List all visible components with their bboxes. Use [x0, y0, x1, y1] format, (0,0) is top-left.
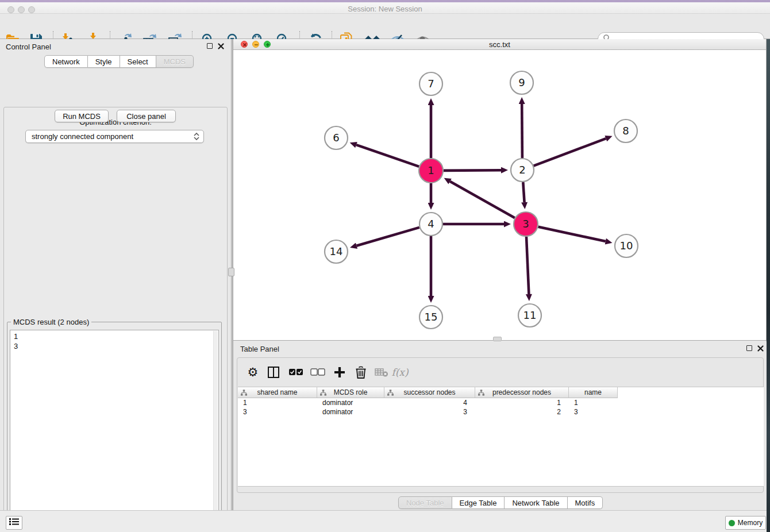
- select-all-checks-icon[interactable]: [287, 363, 305, 382]
- delete-table-icon[interactable]: [373, 363, 390, 382]
- graph-node-7[interactable]: 7: [419, 72, 442, 95]
- table-cell[interactable]: 4: [384, 398, 475, 407]
- close-panel-icon[interactable]: [218, 43, 224, 49]
- edge-3-1[interactable]: [450, 182, 515, 218]
- network-window-titlebar: scc.txt: [233, 39, 766, 50]
- table-panel-tabs: Node TableEdge TableNetwork TableMotifs: [398, 496, 603, 509]
- tab-node-table[interactable]: Node Table: [398, 496, 452, 509]
- graph-node-11[interactable]: 11: [518, 304, 541, 327]
- svg-text:2: 2: [519, 164, 525, 176]
- table-cell[interactable]: 1: [238, 398, 317, 407]
- control-panel-tabs: NetworkStyleSelectMCDS: [44, 55, 194, 68]
- node-table: shared nameMCDS rolesuccessor nodesprede…: [238, 387, 764, 487]
- graph-node-1-dominator[interactable]: 1: [419, 159, 443, 183]
- close-panel-button[interactable]: Close panel: [117, 110, 176, 122]
- graph-node-3-dominator[interactable]: 3: [514, 212, 538, 236]
- network-canvas[interactable]: 7968124314101511: [233, 50, 766, 341]
- optimization-criterion-value: strongly connected component: [32, 132, 133, 141]
- deselect-all-checks-icon[interactable]: [309, 363, 326, 382]
- mcds-result-line: 3: [14, 341, 209, 351]
- tab-mcds[interactable]: MCDS: [156, 55, 194, 68]
- table-panel-title: Table Panel: [240, 345, 279, 353]
- column-label: successor nodes: [403, 388, 455, 396]
- edge-4-14[interactable]: [357, 228, 419, 246]
- tab-edge-table[interactable]: Edge Table: [452, 496, 505, 509]
- mcds-result-values: 13: [10, 330, 213, 532]
- memory-button[interactable]: Memory: [725, 516, 766, 530]
- edge-1-6[interactable]: [356, 145, 419, 167]
- memory-label: Memory: [738, 519, 763, 527]
- table-cell[interactable]: 2: [475, 407, 569, 417]
- edge-2-8[interactable]: [534, 138, 606, 166]
- delete-column-icon[interactable]: [352, 363, 369, 382]
- edge-2-3[interactable]: [523, 182, 524, 202]
- table-cell[interactable]: dominator: [317, 398, 384, 407]
- graph-node-14[interactable]: 14: [325, 240, 348, 263]
- table-header-row: shared nameMCDS rolesuccessor nodesprede…: [238, 387, 618, 398]
- graph-node-9[interactable]: 9: [510, 71, 533, 94]
- select-stepper-icon: [192, 132, 201, 141]
- edge-3-10[interactable]: [538, 227, 606, 241]
- status-bar: Memory: [0, 510, 770, 532]
- mcds-result-title: MCDS result (2 nodes): [11, 318, 91, 326]
- tab-network[interactable]: Network: [44, 55, 88, 68]
- table-row[interactable]: 3dominator323: [238, 407, 764, 417]
- control-panel: Control Panel NetworkStyleSelectMCDS Opt…: [0, 39, 231, 510]
- column-header-name[interactable]: name: [569, 387, 618, 398]
- edge-1-2[interactable]: [444, 170, 501, 171]
- vertical-splitter-grip[interactable]: [228, 268, 234, 276]
- run-mcds-button[interactable]: Run MCDS: [55, 110, 109, 122]
- float-panel-icon[interactable]: [207, 43, 213, 49]
- graph-node-10[interactable]: 10: [615, 234, 638, 257]
- network-window-title: scc.txt: [233, 40, 766, 49]
- svg-text:7: 7: [428, 78, 434, 90]
- table-cell[interactable]: 1: [475, 398, 569, 407]
- column-header-successor-nodes[interactable]: successor nodes: [384, 387, 475, 398]
- table-panel: Table Panel ⚙ f(x): [233, 341, 767, 510]
- window-title: Session: New Session: [0, 5, 770, 13]
- column-header-mcds-role[interactable]: MCDS role: [317, 387, 384, 398]
- svg-text:8: 8: [622, 125, 629, 137]
- optimization-criterion-label: Optimization criterion:: [3, 118, 228, 126]
- svg-text:6: 6: [333, 132, 339, 144]
- table-cell[interactable]: 3: [384, 407, 475, 417]
- svg-text:15: 15: [425, 311, 438, 323]
- split-columns-icon[interactable]: [265, 363, 282, 382]
- task-history-button[interactable]: [6, 516, 22, 530]
- tab-style[interactable]: Style: [88, 55, 120, 68]
- function-builder-icon[interactable]: f(x): [391, 363, 409, 382]
- horizontal-splitter-grip[interactable]: [493, 337, 502, 341]
- svg-text:3: 3: [522, 218, 529, 230]
- add-column-icon[interactable]: [331, 363, 348, 382]
- svg-text:14: 14: [330, 245, 343, 257]
- table-cell[interactable]: 1: [569, 398, 618, 407]
- graph-node-6[interactable]: 6: [325, 126, 348, 149]
- optimization-criterion-select[interactable]: strongly connected component: [25, 130, 204, 143]
- edge-2-9[interactable]: [522, 104, 522, 158]
- float-table-panel-icon[interactable]: [746, 345, 752, 351]
- tab-network-table[interactable]: Network Table: [505, 496, 567, 509]
- table-cell[interactable]: 3: [238, 407, 317, 417]
- column-header-predecessor-nodes[interactable]: predecessor nodes: [475, 387, 569, 398]
- tab-motifs[interactable]: Motifs: [568, 496, 603, 509]
- table-row[interactable]: 1dominator411: [238, 398, 764, 407]
- column-label: shared name: [257, 388, 297, 396]
- table-cell[interactable]: dominator: [317, 407, 384, 417]
- graph-node-4[interactable]: 4: [419, 213, 442, 236]
- table-container: ⚙ f(x) shared nameMCDS rolesuccessor nod: [237, 357, 764, 493]
- column-header-shared-name[interactable]: shared name: [238, 387, 317, 398]
- edge-3-11[interactable]: [526, 237, 529, 294]
- close-table-panel-icon[interactable]: [757, 345, 764, 352]
- result-scrollbar[interactable]: [213, 331, 218, 532]
- memory-status-icon: [729, 520, 735, 526]
- tab-select[interactable]: Select: [120, 55, 156, 68]
- graph-node-15[interactable]: 15: [419, 306, 442, 329]
- graph-node-2[interactable]: 2: [511, 159, 534, 182]
- gear-icon[interactable]: ⚙: [244, 363, 261, 382]
- svg-text:10: 10: [620, 240, 633, 252]
- graph-node-8[interactable]: 8: [614, 119, 637, 142]
- svg-text:11: 11: [523, 309, 537, 321]
- list-icon: [9, 518, 19, 528]
- column-label: MCDS role: [334, 388, 368, 396]
- table-cell[interactable]: 3: [569, 407, 618, 417]
